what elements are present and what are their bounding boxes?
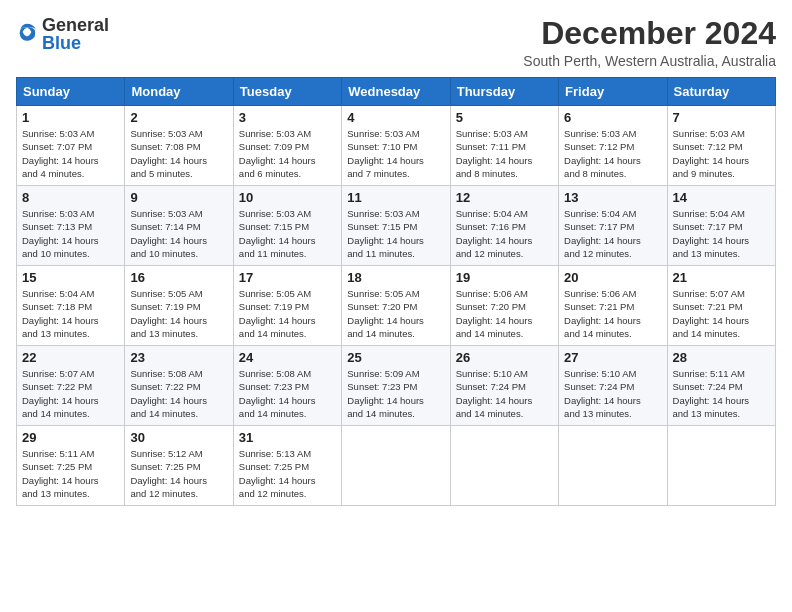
title-area: December 2024 South Perth, Western Austr… — [523, 16, 776, 69]
day-info: Sunrise: 5:03 AMSunset: 7:13 PMDaylight:… — [22, 207, 119, 260]
calendar-cell: 30Sunrise: 5:12 AMSunset: 7:25 PMDayligh… — [125, 426, 233, 506]
header: General Blue December 2024 South Perth, … — [16, 16, 776, 69]
calendar: SundayMondayTuesdayWednesdayThursdayFrid… — [16, 77, 776, 506]
calendar-cell: 11Sunrise: 5:03 AMSunset: 7:15 PMDayligh… — [342, 186, 450, 266]
day-info: Sunrise: 5:11 AMSunset: 7:24 PMDaylight:… — [673, 367, 770, 420]
day-number: 18 — [347, 270, 444, 285]
calendar-cell: 8Sunrise: 5:03 AMSunset: 7:13 PMDaylight… — [17, 186, 125, 266]
day-info: Sunrise: 5:03 AMSunset: 7:10 PMDaylight:… — [347, 127, 444, 180]
day-info: Sunrise: 5:11 AMSunset: 7:25 PMDaylight:… — [22, 447, 119, 500]
calendar-cell: 18Sunrise: 5:05 AMSunset: 7:20 PMDayligh… — [342, 266, 450, 346]
day-number: 28 — [673, 350, 770, 365]
header-sunday: Sunday — [17, 78, 125, 106]
calendar-cell: 10Sunrise: 5:03 AMSunset: 7:15 PMDayligh… — [233, 186, 341, 266]
header-thursday: Thursday — [450, 78, 558, 106]
day-number: 20 — [564, 270, 661, 285]
calendar-cell: 17Sunrise: 5:05 AMSunset: 7:19 PMDayligh… — [233, 266, 341, 346]
day-number: 16 — [130, 270, 227, 285]
calendar-cell: 22Sunrise: 5:07 AMSunset: 7:22 PMDayligh… — [17, 346, 125, 426]
calendar-cell — [342, 426, 450, 506]
day-info: Sunrise: 5:03 AMSunset: 7:07 PMDaylight:… — [22, 127, 119, 180]
calendar-cell: 24Sunrise: 5:08 AMSunset: 7:23 PMDayligh… — [233, 346, 341, 426]
header-tuesday: Tuesday — [233, 78, 341, 106]
day-info: Sunrise: 5:12 AMSunset: 7:25 PMDaylight:… — [130, 447, 227, 500]
day-number: 13 — [564, 190, 661, 205]
calendar-cell: 29Sunrise: 5:11 AMSunset: 7:25 PMDayligh… — [17, 426, 125, 506]
calendar-cell: 12Sunrise: 5:04 AMSunset: 7:16 PMDayligh… — [450, 186, 558, 266]
calendar-cell: 16Sunrise: 5:05 AMSunset: 7:19 PMDayligh… — [125, 266, 233, 346]
day-number: 23 — [130, 350, 227, 365]
header-friday: Friday — [559, 78, 667, 106]
calendar-cell: 28Sunrise: 5:11 AMSunset: 7:24 PMDayligh… — [667, 346, 775, 426]
day-info: Sunrise: 5:08 AMSunset: 7:23 PMDaylight:… — [239, 367, 336, 420]
day-number: 19 — [456, 270, 553, 285]
day-info: Sunrise: 5:03 AMSunset: 7:14 PMDaylight:… — [130, 207, 227, 260]
day-number: 12 — [456, 190, 553, 205]
logo-icon — [16, 21, 38, 43]
calendar-cell: 6Sunrise: 5:03 AMSunset: 7:12 PMDaylight… — [559, 106, 667, 186]
calendar-cell — [450, 426, 558, 506]
calendar-cell: 15Sunrise: 5:04 AMSunset: 7:18 PMDayligh… — [17, 266, 125, 346]
calendar-header-row: SundayMondayTuesdayWednesdayThursdayFrid… — [17, 78, 776, 106]
calendar-cell: 25Sunrise: 5:09 AMSunset: 7:23 PMDayligh… — [342, 346, 450, 426]
calendar-cell: 4Sunrise: 5:03 AMSunset: 7:10 PMDaylight… — [342, 106, 450, 186]
calendar-cell: 27Sunrise: 5:10 AMSunset: 7:24 PMDayligh… — [559, 346, 667, 426]
calendar-week-4: 22Sunrise: 5:07 AMSunset: 7:22 PMDayligh… — [17, 346, 776, 426]
day-number: 26 — [456, 350, 553, 365]
day-info: Sunrise: 5:04 AMSunset: 7:17 PMDaylight:… — [673, 207, 770, 260]
calendar-cell: 13Sunrise: 5:04 AMSunset: 7:17 PMDayligh… — [559, 186, 667, 266]
day-number: 2 — [130, 110, 227, 125]
day-number: 11 — [347, 190, 444, 205]
day-info: Sunrise: 5:03 AMSunset: 7:09 PMDaylight:… — [239, 127, 336, 180]
calendar-cell: 5Sunrise: 5:03 AMSunset: 7:11 PMDaylight… — [450, 106, 558, 186]
day-info: Sunrise: 5:10 AMSunset: 7:24 PMDaylight:… — [564, 367, 661, 420]
day-info: Sunrise: 5:05 AMSunset: 7:19 PMDaylight:… — [130, 287, 227, 340]
day-info: Sunrise: 5:06 AMSunset: 7:20 PMDaylight:… — [456, 287, 553, 340]
day-number: 1 — [22, 110, 119, 125]
day-number: 3 — [239, 110, 336, 125]
calendar-cell: 19Sunrise: 5:06 AMSunset: 7:20 PMDayligh… — [450, 266, 558, 346]
header-saturday: Saturday — [667, 78, 775, 106]
calendar-cell: 2Sunrise: 5:03 AMSunset: 7:08 PMDaylight… — [125, 106, 233, 186]
day-info: Sunrise: 5:03 AMSunset: 7:11 PMDaylight:… — [456, 127, 553, 180]
day-number: 30 — [130, 430, 227, 445]
calendar-cell — [559, 426, 667, 506]
header-monday: Monday — [125, 78, 233, 106]
day-number: 8 — [22, 190, 119, 205]
day-info: Sunrise: 5:04 AMSunset: 7:17 PMDaylight:… — [564, 207, 661, 260]
day-info: Sunrise: 5:04 AMSunset: 7:18 PMDaylight:… — [22, 287, 119, 340]
calendar-week-5: 29Sunrise: 5:11 AMSunset: 7:25 PMDayligh… — [17, 426, 776, 506]
calendar-week-3: 15Sunrise: 5:04 AMSunset: 7:18 PMDayligh… — [17, 266, 776, 346]
day-number: 5 — [456, 110, 553, 125]
calendar-cell: 3Sunrise: 5:03 AMSunset: 7:09 PMDaylight… — [233, 106, 341, 186]
day-info: Sunrise: 5:03 AMSunset: 7:12 PMDaylight:… — [673, 127, 770, 180]
day-info: Sunrise: 5:03 AMSunset: 7:08 PMDaylight:… — [130, 127, 227, 180]
logo-text-blue: Blue — [42, 34, 109, 52]
day-info: Sunrise: 5:07 AMSunset: 7:22 PMDaylight:… — [22, 367, 119, 420]
header-wednesday: Wednesday — [342, 78, 450, 106]
day-info: Sunrise: 5:10 AMSunset: 7:24 PMDaylight:… — [456, 367, 553, 420]
calendar-cell: 7Sunrise: 5:03 AMSunset: 7:12 PMDaylight… — [667, 106, 775, 186]
day-info: Sunrise: 5:03 AMSunset: 7:12 PMDaylight:… — [564, 127, 661, 180]
day-number: 17 — [239, 270, 336, 285]
day-number: 6 — [564, 110, 661, 125]
day-number: 4 — [347, 110, 444, 125]
day-number: 21 — [673, 270, 770, 285]
day-number: 22 — [22, 350, 119, 365]
day-number: 7 — [673, 110, 770, 125]
calendar-week-1: 1Sunrise: 5:03 AMSunset: 7:07 PMDaylight… — [17, 106, 776, 186]
calendar-cell: 31Sunrise: 5:13 AMSunset: 7:25 PMDayligh… — [233, 426, 341, 506]
day-number: 24 — [239, 350, 336, 365]
calendar-cell: 20Sunrise: 5:06 AMSunset: 7:21 PMDayligh… — [559, 266, 667, 346]
day-number: 25 — [347, 350, 444, 365]
logo-text-general: General — [42, 16, 109, 34]
calendar-cell: 9Sunrise: 5:03 AMSunset: 7:14 PMDaylight… — [125, 186, 233, 266]
day-number: 31 — [239, 430, 336, 445]
calendar-cell: 26Sunrise: 5:10 AMSunset: 7:24 PMDayligh… — [450, 346, 558, 426]
day-info: Sunrise: 5:05 AMSunset: 7:19 PMDaylight:… — [239, 287, 336, 340]
day-info: Sunrise: 5:09 AMSunset: 7:23 PMDaylight:… — [347, 367, 444, 420]
day-number: 27 — [564, 350, 661, 365]
location: South Perth, Western Australia, Australi… — [523, 53, 776, 69]
day-info: Sunrise: 5:03 AMSunset: 7:15 PMDaylight:… — [347, 207, 444, 260]
day-info: Sunrise: 5:13 AMSunset: 7:25 PMDaylight:… — [239, 447, 336, 500]
